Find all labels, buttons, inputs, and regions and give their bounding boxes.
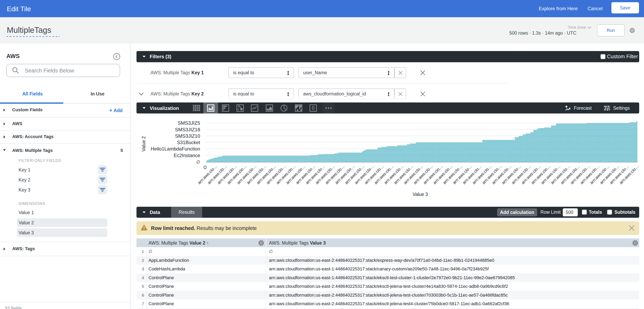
svg-text:Ec2Instance: Ec2Instance bbox=[174, 153, 200, 158]
svg-text:∅: ∅ bbox=[202, 164, 208, 171]
svg-text:6: 6 bbox=[312, 105, 314, 111]
svg-text:Value 2: Value 2 bbox=[141, 136, 146, 152]
svg-text:∅: ∅ bbox=[196, 160, 200, 164]
svg-text:SMS3JIZ5: SMS3JIZ5 bbox=[178, 120, 200, 126]
svg-text:Hello1LambdaFunction: Hello1LambdaFunction bbox=[151, 146, 200, 152]
svg-text:S31Bucket: S31Bucket bbox=[177, 140, 200, 145]
svg-text:SMS3JIZ18: SMS3JIZ18 bbox=[175, 127, 200, 132]
svg-text:SMS3JIZ10: SMS3JIZ10 bbox=[175, 133, 200, 139]
svg-text:Value 3: Value 3 bbox=[413, 192, 428, 197]
